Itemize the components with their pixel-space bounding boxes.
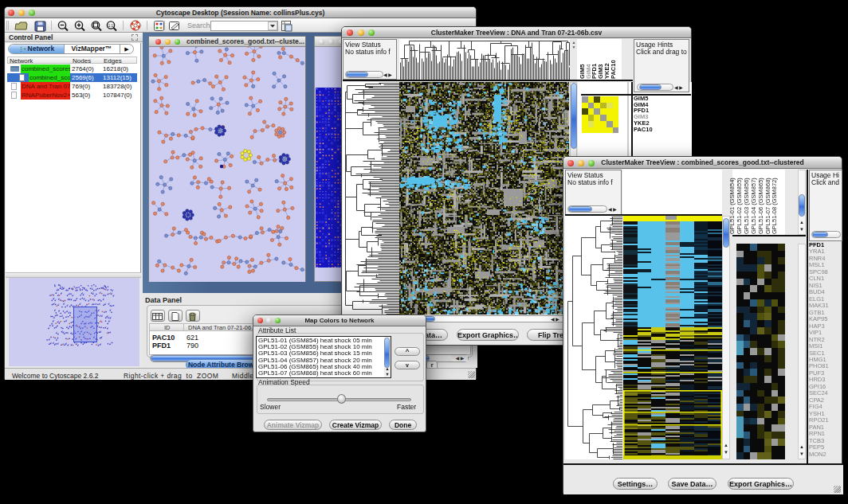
svg-text:1:1: 1:1 [108,24,114,28]
svg-text:Search:: Search: [187,21,212,29]
